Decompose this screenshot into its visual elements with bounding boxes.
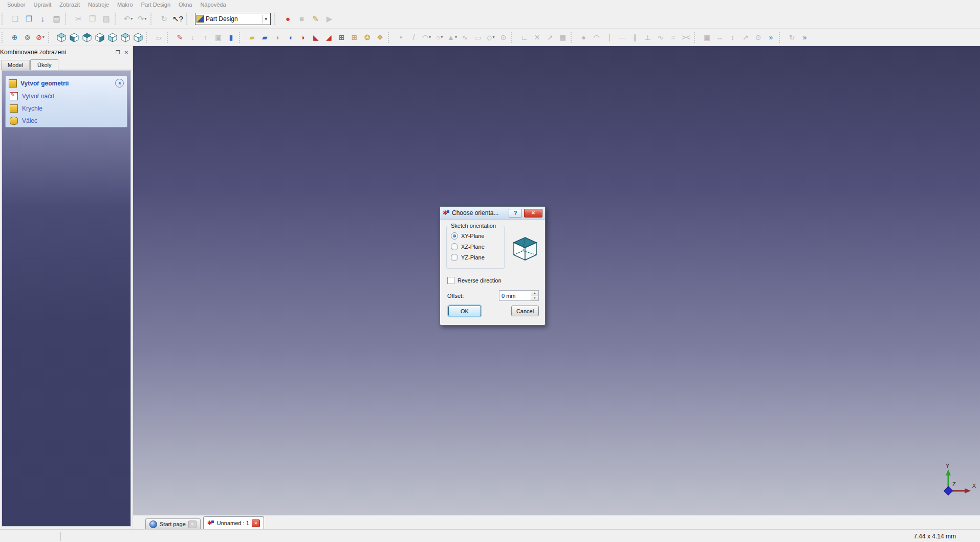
- menu-makro[interactable]: Makro: [113, 1, 137, 9]
- sketch-fillet-button[interactable]: ∟: [518, 31, 530, 43]
- constrain-distance-button[interactable]: ↗: [739, 31, 751, 43]
- macro-edit-button[interactable]: ✎: [309, 12, 322, 25]
- redo-dropdown-icon[interactable]: ▾: [144, 16, 146, 21]
- save-button[interactable]: ↓: [36, 12, 49, 25]
- sketch-conic-button[interactable]: ▲▾: [446, 31, 458, 43]
- menu-upravit[interactable]: Upravit: [29, 1, 55, 9]
- spin-up-icon[interactable]: ▲: [531, 291, 538, 296]
- undo-button[interactable]: ↶▾: [122, 12, 135, 25]
- draw-style-button[interactable]: ⊘▾: [34, 31, 46, 43]
- sketch-circle-dropdown-icon[interactable]: ▾: [441, 35, 443, 39]
- sketch-polyline-button[interactable]: ∿: [459, 31, 471, 43]
- fillet-button[interactable]: ◗: [297, 31, 309, 43]
- task-item-v-lec[interactable]: Válec: [6, 115, 127, 127]
- pocket-button[interactable]: ▰: [259, 31, 271, 43]
- view-front-button[interactable]: [68, 31, 80, 43]
- constrain-tangent-button[interactable]: ∿: [655, 31, 666, 43]
- constrain-horizontal-button[interactable]: ―: [616, 31, 628, 43]
- print-button[interactable]: ▤: [50, 12, 63, 25]
- task-item-vytvo-n-rt[interactable]: Vytvoř náčrt: [6, 90, 127, 102]
- polar-pattern-button[interactable]: ❂: [361, 31, 373, 43]
- macro-record-button[interactable]: ●: [281, 12, 294, 25]
- sketch-bspline-button[interactable]: ⊙: [497, 31, 509, 43]
- sketch-arc-button[interactable]: ◠▾: [421, 31, 432, 43]
- reverse-direction-checkbox[interactable]: Reverse direction: [447, 277, 502, 284]
- macro-play-button[interactable]: ▶: [323, 12, 336, 25]
- view-bottom-button[interactable]: [119, 31, 131, 43]
- constrain-symmetric-button[interactable]: ><: [680, 31, 692, 43]
- spin-down-icon[interactable]: ▼: [531, 296, 538, 301]
- redo-button[interactable]: ↷▾: [136, 12, 148, 25]
- chevron-down-icon[interactable]: ▾: [262, 15, 269, 23]
- undo-dropdown-icon[interactable]: ▾: [130, 16, 133, 21]
- revolution-button[interactable]: ◗: [272, 31, 284, 43]
- sketch-polygon-dropdown-icon[interactable]: ▾: [492, 35, 494, 39]
- refresh-button[interactable]: ↻: [158, 12, 170, 25]
- sketch-rectangle-button[interactable]: ▭: [472, 31, 484, 43]
- offset-input[interactable]: 0 mm ▲ ▼: [499, 290, 539, 301]
- constrain-perpendicular-button[interactable]: ⊥: [642, 31, 654, 43]
- view-top-button[interactable]: [81, 31, 93, 43]
- close-tab-icon[interactable]: ✕: [188, 521, 197, 528]
- task-item-krychle[interactable]: Krychle: [6, 102, 127, 115]
- validate-sketch-button[interactable]: ▣: [212, 31, 224, 43]
- constrain-coincident-button[interactable]: ●: [578, 31, 590, 43]
- zoom-region-button[interactable]: ⊚: [21, 31, 33, 43]
- map-sketch-button[interactable]: ↓: [187, 31, 199, 43]
- toolbar-overflow-2-button[interactable]: »: [799, 31, 811, 43]
- sketch-trim-button[interactable]: ✕: [531, 31, 543, 43]
- constrain-vertical-button[interactable]: |: [603, 31, 615, 43]
- construction-mode-button[interactable]: ▦: [557, 31, 569, 43]
- view-axonometric-button[interactable]: [55, 31, 67, 43]
- view-left-button[interactable]: [132, 31, 144, 43]
- sketch-circle-button[interactable]: ○▾: [433, 31, 445, 43]
- mirrored-button[interactable]: ⊞: [336, 31, 347, 43]
- radio-xz-plane[interactable]: XZ-Plane: [451, 243, 504, 250]
- toolbar-overflow-button[interactable]: »: [765, 31, 777, 43]
- dialog-close-button[interactable]: ✕: [524, 209, 542, 218]
- menu-part-design[interactable]: Part Design: [137, 1, 175, 9]
- close-panel-icon[interactable]: ✕: [122, 49, 130, 56]
- external-geometry-button[interactable]: ↗: [544, 31, 556, 43]
- document-tab-start-page[interactable]: Start page✕: [145, 518, 201, 529]
- draft-button[interactable]: ◢: [323, 31, 335, 43]
- constrain-radius-button[interactable]: ⊙: [752, 31, 764, 43]
- open-folder-button[interactable]: ❒: [23, 12, 35, 25]
- sketch-polygon-button[interactable]: ◇▾: [485, 31, 496, 43]
- menu-n-stroje[interactable]: Nástroje: [84, 1, 113, 9]
- fit-all-button[interactable]: ⊕: [9, 31, 20, 43]
- radio-yz-plane[interactable]: YZ-Plane: [451, 254, 504, 261]
- create-sketch-button[interactable]: ✎: [174, 31, 186, 43]
- constrain-distance-y-button[interactable]: ↕: [727, 31, 738, 43]
- edit-controls-button[interactable]: ↻: [786, 31, 798, 43]
- menu-n-pov-da[interactable]: Nápověda: [196, 1, 230, 9]
- multi-transform-button[interactable]: ❖: [374, 31, 386, 43]
- constrain-distance-x-button[interactable]: ↔: [714, 31, 726, 43]
- menu-zobrazit[interactable]: Zobrazit: [55, 1, 84, 9]
- 3d-viewport[interactable]: Choose orienta... ? ✕ Sketch orientation…: [133, 46, 980, 515]
- view-right-button[interactable]: [94, 31, 105, 43]
- ok-button[interactable]: OK: [448, 306, 481, 316]
- close-sketch-button[interactable]: ▮: [225, 31, 237, 43]
- copy-button[interactable]: ❐: [86, 12, 99, 25]
- sketch-line-button[interactable]: /: [408, 31, 420, 43]
- new-file-button[interactable]: ❏: [9, 12, 21, 25]
- document-tab-unnamed-1[interactable]: Unnamed : 1✕: [203, 516, 264, 529]
- sketch-arc-dropdown-icon[interactable]: ▾: [429, 35, 431, 39]
- dialog-titlebar[interactable]: Choose orienta... ? ✕: [440, 207, 545, 220]
- menu-soubor[interactable]: Soubor: [3, 1, 29, 9]
- close-tab-icon[interactable]: ✕: [252, 519, 260, 527]
- linear-pattern-button[interactable]: ⊞: [349, 31, 360, 43]
- paste-button[interactable]: ▨: [100, 12, 113, 25]
- whats-this-button[interactable]: ↖?: [171, 12, 184, 25]
- constrain-equal-button[interactable]: =: [667, 31, 679, 43]
- groove-button[interactable]: ◖: [285, 31, 296, 43]
- tab-model[interactable]: Model: [1, 60, 30, 70]
- cut-button[interactable]: ✂: [72, 12, 85, 25]
- sketch-conic-dropdown-icon[interactable]: ▾: [455, 35, 457, 39]
- constrain-point-on-object-button[interactable]: ◠: [591, 31, 602, 43]
- constrain-lock-button[interactable]: ▣: [701, 31, 713, 43]
- tab-koly[interactable]: Úkoly: [30, 59, 59, 70]
- sketch-point-button[interactable]: •: [395, 31, 407, 43]
- draw-style-dropdown-icon[interactable]: ▾: [42, 35, 45, 39]
